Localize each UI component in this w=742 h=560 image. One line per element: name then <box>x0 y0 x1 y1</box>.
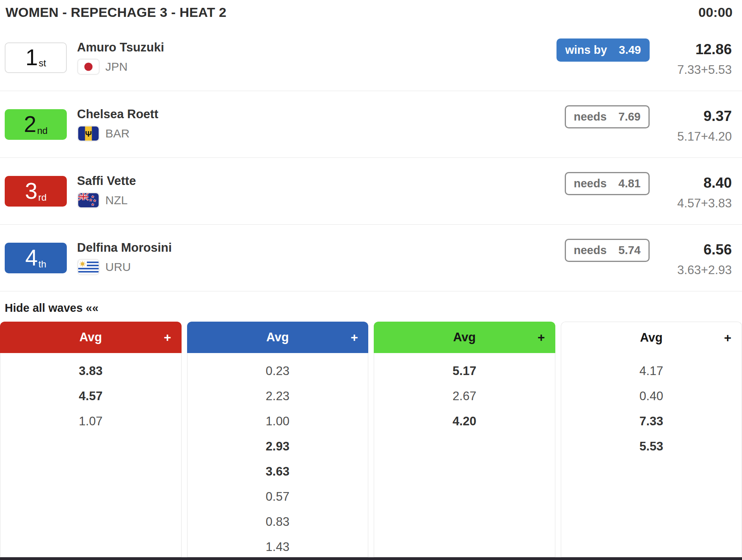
wave-list: 3.83 4.57 1.07 <box>0 353 182 557</box>
badge-value: 7.69 <box>619 110 641 123</box>
avg-label: Avg <box>640 331 663 345</box>
rank-number: 2 <box>24 113 37 135</box>
total-score: 12.86 <box>663 38 732 60</box>
plus-icon[interactable]: + <box>724 330 731 345</box>
score-breakdown: 7.33+5.53 <box>663 63 732 77</box>
wave-score: 5.17 <box>374 359 555 384</box>
wave-columns: Avg + 3.83 4.57 1.07 Avg + 0.23 2.23 1.0… <box>0 322 742 557</box>
score-breakdown: 4.57+3.83 <box>663 196 732 210</box>
badge-label: needs <box>574 110 607 123</box>
flag-nzl-icon <box>77 192 100 209</box>
avg-label: Avg <box>266 330 289 344</box>
wave-column-white: Avg + 4.17 0.40 7.33 5.53 <box>561 322 742 557</box>
rank-suffix: th <box>39 259 46 270</box>
heat-timer: 00:00 <box>698 5 733 20</box>
wave-column-green: Avg + 5.17 2.67 4.20 <box>374 322 555 557</box>
score-breakdown: 3.63+2.93 <box>663 263 732 277</box>
wave-column-red: Avg + 3.83 4.57 1.07 <box>0 322 182 557</box>
badge-value: 5.74 <box>619 244 641 257</box>
score-breakdown: 5.17+4.20 <box>663 130 732 144</box>
athlete-row: 3rd Saffi Vette <box>0 158 742 225</box>
total-score: 6.56 <box>663 239 732 261</box>
page-title: WOMEN - REPECHAGE 3 - HEAT 2 <box>6 5 226 20</box>
badge-value: 4.81 <box>619 177 641 190</box>
country-code: JPN <box>105 60 128 73</box>
flag-uru-icon <box>77 259 100 275</box>
athlete-name: Saffi Vette <box>77 174 136 188</box>
wave-score: 3.63 <box>187 459 368 484</box>
athlete-row: 4th Delfina Morosini <box>0 225 742 291</box>
wave-list: 4.17 0.40 7.33 5.53 <box>561 353 742 557</box>
svg-text:Ψ: Ψ <box>85 129 92 138</box>
rank-suffix: nd <box>37 125 48 136</box>
wave-score: 1.00 <box>187 409 368 434</box>
column-header[interactable]: Avg + <box>0 322 182 353</box>
wave-score: 0.57 <box>187 484 368 509</box>
rank-suffix: rd <box>38 192 46 203</box>
plus-icon[interactable]: + <box>351 330 358 345</box>
column-header[interactable]: Avg + <box>187 322 369 353</box>
flag-bar-icon: Ψ <box>77 125 100 142</box>
rank-number: 4 <box>25 247 38 269</box>
wave-list: 5.17 2.67 4.20 <box>374 353 555 557</box>
needs-badge: needs 4.81 <box>565 172 650 195</box>
avg-label: Avg <box>453 330 476 344</box>
athlete-row: 1st Amuro Tsuzuki JPN wins by 3.49 12.86… <box>0 24 742 91</box>
country-code: URU <box>105 260 131 274</box>
badge-value: 3.49 <box>619 44 641 57</box>
wave-score: 0.40 <box>561 384 742 409</box>
wave-score: 2.93 <box>187 434 368 459</box>
rank-badge: 1st <box>5 42 67 73</box>
badge-label: wins by <box>565 44 607 57</box>
wave-score: 4.20 <box>374 409 555 434</box>
plus-icon[interactable]: + <box>164 330 171 345</box>
wave-score: 7.33 <box>561 409 742 434</box>
wave-score: 0.23 <box>187 359 368 384</box>
bottom-bar <box>0 557 742 560</box>
wave-list: 0.23 2.23 1.00 2.93 3.63 0.57 0.83 1.43 <box>187 353 369 557</box>
plus-icon[interactable]: + <box>538 330 545 345</box>
athlete-row: 2nd Chelsea Roett Ψ BAR needs 7.69 9.37 … <box>0 91 742 158</box>
wave-score: 1.07 <box>0 409 181 434</box>
column-header[interactable]: Avg + <box>374 322 555 353</box>
wave-score: 3.83 <box>0 359 181 384</box>
rank-number: 3 <box>25 180 37 202</box>
wave-score: 4.17 <box>561 359 742 384</box>
athlete-name: Amuro Tsuzuki <box>77 40 164 55</box>
avg-label: Avg <box>79 330 102 344</box>
athlete-name: Chelsea Roett <box>77 107 158 121</box>
rank-badge: 2nd <box>5 109 67 140</box>
athlete-name: Delfina Morosini <box>77 241 172 255</box>
wave-score: 2.67 <box>374 384 555 409</box>
badge-label: needs <box>574 244 607 257</box>
total-score: 8.40 <box>663 172 732 194</box>
heat-header: WOMEN - REPECHAGE 3 - HEAT 2 00:00 <box>0 0 742 24</box>
wave-score: 5.53 <box>561 434 742 459</box>
wins-by-badge: wins by 3.49 <box>556 38 650 62</box>
flag-jpn-icon <box>77 59 100 75</box>
needs-badge: needs 7.69 <box>565 105 650 128</box>
column-header[interactable]: Avg + <box>561 322 742 353</box>
rank-badge: 3rd <box>5 176 67 207</box>
rank-badge: 4th <box>5 243 67 273</box>
wave-score: 0.83 <box>187 509 368 534</box>
total-score: 9.37 <box>663 105 732 127</box>
country-code: BAR <box>105 127 130 140</box>
rank-suffix: st <box>39 58 46 69</box>
badge-label: needs <box>574 177 607 190</box>
wave-column-blue: Avg + 0.23 2.23 1.00 2.93 3.63 0.57 0.83… <box>187 322 369 557</box>
rank-number: 1 <box>26 46 38 69</box>
wave-score: 4.57 <box>0 384 181 409</box>
country-code: NZL <box>105 194 128 207</box>
wave-score: 2.23 <box>187 384 368 409</box>
wave-score: 1.43 <box>187 534 368 557</box>
needs-badge: needs 5.74 <box>565 239 650 262</box>
hide-waves-toggle[interactable]: Hide all waves «« <box>5 302 742 315</box>
